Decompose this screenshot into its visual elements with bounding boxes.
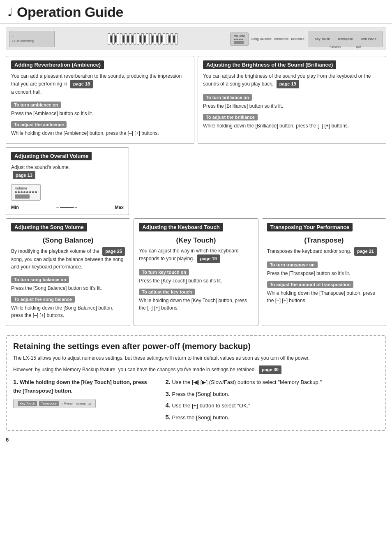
max-label: Max xyxy=(115,205,124,210)
step-img: Key Touch Transpose in Piano Function Sp xyxy=(13,399,96,408)
key-touch-sub2-label: To adjust the key touch xyxy=(139,289,195,295)
volume-widget: Volume xyxy=(11,184,41,201)
function-label: Function xyxy=(75,402,86,405)
overall-volume-title: Adjusting the Overall Volume xyxy=(11,152,92,160)
brilliance-section: Adjusting the Brightness of the Sound (B… xyxy=(198,56,386,144)
row-song-keytouch-transpose: Adjusting the Song Volume (Song Balance)… xyxy=(6,218,386,326)
step-5: 5. Press the [Song] button. xyxy=(165,413,379,422)
music-note-icon: ♩ xyxy=(7,5,13,19)
song-balance-sub1-label: To turn song balance on xyxy=(11,276,69,283)
transpose-sub1-label: To turn transpose on xyxy=(267,261,318,268)
min-label: Min xyxy=(11,205,19,210)
row-overall-volume: Adjusting the Overall Volume Adjust the … xyxy=(6,147,386,215)
key-touch-sub2-text: While holding down the [Key Touch] butto… xyxy=(139,297,253,312)
memory-backup-desc1: The LX-15 allows you to adjust numerous … xyxy=(13,354,379,362)
brilliance-sub2-text: While holding down the [Brilliance] butt… xyxy=(203,122,381,130)
ambience-sub2-label: To adjust the ambience xyxy=(11,121,67,128)
memory-steps-right: 2. Use the [◀] [▶] (Slow/Fast) buttons t… xyxy=(165,377,379,424)
ambience-page-badge: page 18 xyxy=(70,80,93,88)
key-touch-btn: Key Touch xyxy=(18,401,37,406)
transpose-sub2-label: To adjust the amount of transposition xyxy=(267,281,354,288)
step-4: 4. Use the [+] button to select "OK." xyxy=(165,401,379,410)
song-balance-desc: By modifying the playback volume of the … xyxy=(11,247,125,271)
key-touch-subtitle: (Key Touch) xyxy=(139,236,253,245)
ambience-sub2-text: While holding down the [Ambience] button… xyxy=(11,130,189,137)
memory-steps: 1. While holding down the [Key Touch] bu… xyxy=(13,377,379,424)
brilliance-desc: You can adjust the brightness of the sou… xyxy=(203,72,381,88)
keyboard-left-panel: T LX-15 something xyxy=(9,31,55,47)
key-touch-sub1-label: To turn key touch on xyxy=(139,269,189,275)
song-balance-sub2-text: While holding down the [Song Balance] bu… xyxy=(11,304,125,319)
keyboard-image-bar: T LX-15 something Volume xyxy=(6,28,386,50)
overall-volume-section: Adjusting the Overall Volume Adjust the … xyxy=(6,147,129,215)
volume-label: Volume xyxy=(15,186,37,190)
volume-dots xyxy=(15,191,37,193)
row-ambience-brilliance: Adding Reverberation (Ambience) You can … xyxy=(6,56,386,144)
transpose-subtitle: (Transpose) xyxy=(267,236,381,245)
transpose-sub2-text: While holding down the [Transpose] butto… xyxy=(267,289,381,304)
ambience-desc: You can add a pleasant reverberation to … xyxy=(11,72,189,96)
song-balance-title: Adjusting the Song Volume xyxy=(11,223,87,231)
step-2: 2. Use the [◀] [▶] (Slow/Fast) buttons t… xyxy=(165,377,379,387)
memory-backup-desc2: However, by using the Memory Backup feat… xyxy=(13,365,379,375)
memory-backup-section: Retaining the settings even after power-… xyxy=(6,335,386,431)
page-header: ♩ Operation Guide xyxy=(0,0,392,24)
transpose-sub1-text: Press the [Transpose] button so it's lit… xyxy=(267,270,381,277)
song-balance-subtitle: (Song Balance) xyxy=(11,236,125,245)
keyboard-right-panel: Key Touch Transpose Twin Piano Function … xyxy=(309,31,383,47)
spacer-right xyxy=(132,147,386,215)
transpose-title: Transposing Your Performance xyxy=(267,223,353,231)
volume-arrow-row: Min ←———→ Max xyxy=(11,205,124,210)
brilliance-sub1-label: To turn brilliance on xyxy=(203,94,252,101)
song-balance-page-badge: page 25 xyxy=(102,247,125,256)
sp-label: Sp xyxy=(88,402,92,405)
transpose-desc: Transposes the keyboard and/or song. pag… xyxy=(267,247,381,256)
step-1: 1. While holding down the [Key Touch] bu… xyxy=(13,377,155,395)
ambience-title: Adding Reverberation (Ambience) xyxy=(11,60,104,69)
memory-backup-title: Retaining the settings even after power-… xyxy=(13,342,379,351)
transpose-page-badge: page 21 xyxy=(354,247,377,256)
page-title: Operation Guide xyxy=(17,4,123,20)
main-content: Adding Reverberation (Ambience) You can … xyxy=(0,53,392,332)
page-number: 6 xyxy=(0,434,392,445)
overall-volume-page-badge: page 13 xyxy=(13,171,35,180)
song-balance-sub1-text: Press the [Song Balance] button so it's … xyxy=(11,284,125,292)
ambience-sub1-label: To turn ambience on xyxy=(11,102,61,108)
song-balance-section: Adjusting the Song Volume (Song Balance)… xyxy=(6,218,130,326)
song-balance-sub2-label: To adjust the song balance xyxy=(11,296,75,303)
ambience-section: Adding Reverberation (Ambience) You can … xyxy=(6,56,194,144)
memory-steps-left: 1. While holding down the [Key Touch] bu… xyxy=(13,377,155,424)
transpose-btn: Transpose xyxy=(39,401,59,406)
memory-page-badge: page 40 xyxy=(259,365,281,375)
ambience-sub1-text: Press the [Ambience] button so it's lit. xyxy=(11,110,189,117)
keyboard-keys xyxy=(55,33,230,45)
brilliance-page-badge: page 19 xyxy=(277,80,299,88)
key-touch-section: Adjusting the Keyboard Touch (Key Touch)… xyxy=(134,218,258,326)
key-touch-sub1-text: Press the [Key Touch] button so it's lit… xyxy=(139,277,253,284)
brilliance-sub2-label: To adjust the brilliance xyxy=(203,114,258,120)
arrow-icon: ←———→ xyxy=(55,205,78,210)
transpose-section: Transposing Your Performance (Transpose)… xyxy=(262,218,386,326)
key-touch-page-badge: page 19 xyxy=(197,254,220,263)
in-piano-label: in Piano xyxy=(61,402,73,405)
brilliance-sub1-text: Press the [Brilliance] button so it's li… xyxy=(203,102,381,110)
key-touch-title: Adjusting the Keyboard Touch xyxy=(139,223,223,231)
brilliance-title: Adjusting the Brightness of the Sound (B… xyxy=(203,60,336,69)
overall-volume-desc: Adjust the sound's volume. page 13 xyxy=(11,164,124,180)
volume-slider[interactable] xyxy=(15,194,30,199)
step-3: 3. Press the [Song] button. xyxy=(165,389,379,399)
key-touch-desc: You can adjust the way in which the keyb… xyxy=(139,247,253,263)
